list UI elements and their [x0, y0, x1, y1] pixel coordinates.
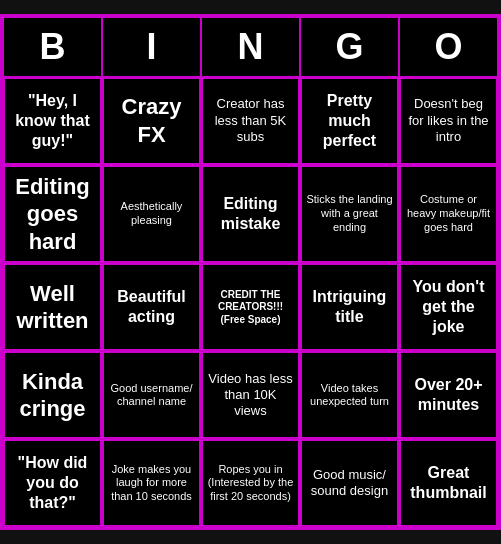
bingo-cell-8[interactable]: Sticks the landing with a great ending	[300, 165, 399, 264]
bingo-header: B I N G O	[3, 17, 498, 77]
bingo-cell-23[interactable]: Good music/ sound design	[300, 439, 399, 527]
bingo-cell-9[interactable]: Costume or heavy makeup/fit goes hard	[399, 165, 498, 264]
letter-g: G	[300, 17, 399, 77]
bingo-cell-19[interactable]: Over 20+ minutes	[399, 351, 498, 439]
letter-o: O	[399, 17, 498, 77]
bingo-cell-12[interactable]: CREDIT THE CREATORS!!! (Free Space)	[201, 263, 300, 351]
bingo-cell-24[interactable]: Great thumbnail	[399, 439, 498, 527]
bingo-cell-4[interactable]: Doesn't beg for likes in the intro	[399, 77, 498, 165]
bingo-cell-1[interactable]: Crazy FX	[102, 77, 201, 165]
bingo-cell-10[interactable]: Well written	[3, 263, 102, 351]
bingo-cell-6[interactable]: Aesthetically pleasing	[102, 165, 201, 264]
bingo-grid: "Hey, I know that guy!"Crazy FXCreator h…	[3, 77, 498, 528]
bingo-cell-15[interactable]: Kinda cringe	[3, 351, 102, 439]
bingo-cell-17[interactable]: Video has less than 10K views	[201, 351, 300, 439]
bingo-cell-5[interactable]: Editing goes hard	[3, 165, 102, 264]
bingo-cell-7[interactable]: Editing mistake	[201, 165, 300, 264]
bingo-card: B I N G O "Hey, I know that guy!"Crazy F…	[0, 14, 501, 531]
bingo-cell-3[interactable]: Pretty much perfect	[300, 77, 399, 165]
bingo-cell-22[interactable]: Ropes you in (Interested by the first 20…	[201, 439, 300, 527]
bingo-cell-13[interactable]: Intriguing title	[300, 263, 399, 351]
bingo-cell-14[interactable]: You don't get the joke	[399, 263, 498, 351]
bingo-cell-11[interactable]: Beautiful acting	[102, 263, 201, 351]
letter-b: B	[3, 17, 102, 77]
letter-n: N	[201, 17, 300, 77]
letter-i: I	[102, 17, 201, 77]
bingo-cell-20[interactable]: "How did you do that?"	[3, 439, 102, 527]
bingo-cell-2[interactable]: Creator has less than 5K subs	[201, 77, 300, 165]
bingo-cell-16[interactable]: Good username/ channel name	[102, 351, 201, 439]
bingo-cell-0[interactable]: "Hey, I know that guy!"	[3, 77, 102, 165]
bingo-cell-21[interactable]: Joke makes you laugh for more than 10 se…	[102, 439, 201, 527]
bingo-cell-18[interactable]: Video takes unexpected turn	[300, 351, 399, 439]
